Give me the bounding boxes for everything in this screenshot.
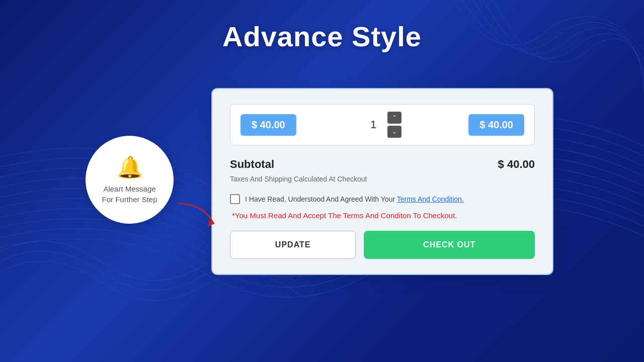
checkout-button[interactable]: CHECK OUT: [364, 231, 535, 259]
tax-note: Taxes And Shipping Calculated At Checkou…: [230, 175, 535, 183]
bell-icon: 🔔: [117, 155, 143, 179]
terms-checkbox-row: I Have Read, Understood And Agreed With …: [230, 194, 535, 204]
arrow-icon: [174, 199, 239, 239]
subtotal-value: $ 40.00: [498, 158, 535, 171]
quantity-value: 1: [363, 118, 383, 131]
alert-bubble: 🔔 Aleart Message For Further Step: [86, 136, 174, 224]
price-row: $ 40.00 1 ⌃ ⌄ $ 40.00: [230, 104, 535, 145]
unit-price-badge: $ 40.00: [240, 114, 296, 136]
checkout-card: $ 40.00 1 ⌃ ⌄ $ 40.00 Subtotal $ 40.00 T…: [211, 88, 553, 275]
arrow-container: [174, 199, 239, 241]
alert-text: Aleart Message For Further Step: [102, 184, 157, 205]
quantity-down-button[interactable]: ⌄: [387, 126, 401, 138]
terms-link[interactable]: Terms And Condition.: [397, 195, 464, 203]
quantity-up-button[interactable]: ⌃: [387, 112, 401, 124]
quantity-controls: ⌃ ⌄: [387, 112, 401, 138]
subtotal-label: Subtotal: [230, 158, 274, 171]
quantity-container: 1 ⌃ ⌄: [363, 112, 401, 138]
action-buttons: UPDATE CHECK OUT: [230, 231, 535, 259]
total-price-badge: $ 40.00: [468, 114, 524, 136]
error-message: *You Must Read And Accept The Terms And …: [230, 211, 535, 220]
update-button[interactable]: UPDATE: [230, 231, 356, 259]
page-title: Advance Style: [0, 20, 644, 53]
subtotal-row: Subtotal $ 40.00: [230, 158, 535, 171]
checkbox-label-text: I Have Read, Understood And Agreed With …: [245, 195, 464, 203]
